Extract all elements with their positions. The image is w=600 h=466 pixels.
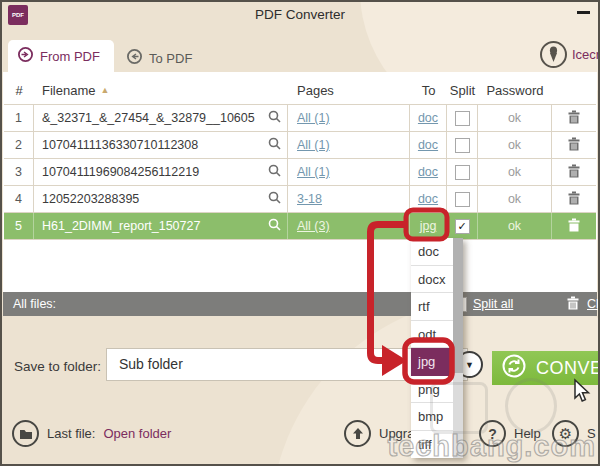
trash-icon[interactable]	[568, 218, 580, 235]
chevron-down-icon: ▼	[465, 360, 474, 370]
last-file-label: Last file:	[47, 426, 95, 441]
trash-icon[interactable]	[568, 191, 580, 208]
minimize-button[interactable]	[577, 11, 590, 14]
header-filename[interactable]: Filename ▲	[34, 83, 288, 98]
search-icon[interactable]	[268, 191, 281, 207]
format-link[interactable]: doc	[418, 138, 438, 152]
filename-label: 10704111969084256112219	[42, 165, 199, 179]
all-files-bar: All files: Split all Cl	[3, 292, 597, 316]
header-filename-label: Filename	[42, 83, 95, 98]
filename-label: H61_2DIMM_report_150727	[42, 219, 200, 233]
clear-all-trash-icon[interactable]	[567, 296, 579, 313]
convert-button-label: CONVERT	[536, 358, 600, 379]
brand-label: Icecr	[572, 47, 600, 62]
dropdown-item-jpg-selected[interactable]: jpg	[411, 348, 453, 376]
help-question-icon: ?	[479, 420, 506, 447]
upgrade-group[interactable]: Upgra	[344, 420, 414, 447]
pages-link[interactable]: All (1)	[297, 111, 330, 125]
dropdown-item-tiff[interactable]: tiff	[411, 431, 453, 459]
header-pages: Pages	[288, 83, 410, 98]
upgrade-label: Upgra	[379, 426, 414, 441]
row-number: 5	[4, 213, 34, 239]
check-icon: ✓	[457, 221, 466, 232]
format-link[interactable]: doc	[418, 165, 438, 179]
app-logo-icon: PDF	[8, 5, 28, 25]
table-row[interactable]: 1 &_32371_&_27454_&_32879__10605 All (1)…	[4, 104, 596, 132]
trash-icon[interactable]	[568, 137, 580, 154]
format-link-jpg[interactable]: jpg	[420, 219, 437, 233]
dropdown-item-rtf[interactable]: rtf	[411, 293, 453, 321]
search-icon[interactable]	[268, 218, 281, 234]
from-pdf-icon	[17, 46, 34, 67]
search-icon[interactable]	[268, 110, 281, 126]
dropdown-item-docx[interactable]: docx	[411, 266, 453, 294]
tab-from-pdf[interactable]: From PDF	[8, 40, 114, 72]
settings-group[interactable]: ⚙ S	[552, 420, 596, 447]
row-number: 2	[4, 132, 34, 158]
password-status: ok	[478, 105, 552, 131]
gear-icon: ⚙	[552, 420, 579, 447]
format-link[interactable]: doc	[418, 111, 438, 125]
save-to-folder-label: Save to folder:	[14, 359, 101, 374]
pdf-converter-window: PDF PDF Converter From PDF To PDF Icecr …	[0, 0, 600, 466]
trash-icon[interactable]	[568, 164, 580, 181]
tab-from-pdf-label: From PDF	[40, 49, 100, 64]
header-to: To	[410, 83, 447, 98]
dropdown-scrollbar-thumb[interactable]	[453, 238, 463, 373]
header-password: Password	[478, 83, 552, 98]
all-files-label: All files:	[13, 297, 56, 311]
table-row[interactable]: 3 10704111969084256112219 All (1) doc ok	[4, 159, 596, 186]
filename-label: 10704111136330710112308	[42, 138, 198, 152]
convert-button[interactable]: CONVERT	[492, 351, 600, 385]
format-dropdown-menu: doc docx rtf odt jpg png bmp tiff	[411, 238, 463, 458]
row-number: 3	[4, 159, 34, 185]
dropdown-item-odt[interactable]: odt	[411, 321, 453, 349]
pages-link[interactable]: All (1)	[297, 165, 330, 179]
table-row-selected[interactable]: 5 H61_2DIMM_report_150727 All (3) jpg ✓ …	[4, 213, 596, 240]
open-folder-link[interactable]: Open folder	[103, 426, 171, 441]
format-link[interactable]: doc	[418, 192, 438, 206]
icecream-brand[interactable]: Icecr	[540, 41, 600, 68]
password-status: ok	[478, 159, 552, 185]
pages-link[interactable]: All (3)	[297, 219, 330, 233]
trash-icon[interactable]	[568, 110, 580, 127]
table-row[interactable]: 2 10704111136330710112308 All (1) doc ok	[4, 132, 596, 159]
search-icon[interactable]	[268, 164, 281, 180]
help-group[interactable]: ? Help	[479, 420, 541, 447]
upgrade-arrow-icon	[344, 420, 371, 447]
table-header: # Filename ▲ Pages To Split Password	[4, 76, 596, 104]
split-checkbox[interactable]	[455, 165, 470, 180]
open-folder-button[interactable]	[12, 420, 39, 447]
last-file-group: Last file: Open folder	[12, 420, 171, 447]
window-title: PDF Converter	[0, 7, 600, 22]
convert-sync-icon	[502, 354, 526, 382]
format-dropdown-list: doc docx rtf odt jpg png bmp tiff	[411, 238, 453, 458]
sort-ascending-icon: ▲	[100, 85, 109, 95]
split-checkbox[interactable]	[455, 192, 470, 207]
password-status: ok	[478, 186, 552, 212]
file-table: 1 &_32371_&_27454_&_32879__10605 All (1)…	[4, 104, 596, 240]
gear-glyph: ⚙	[559, 425, 572, 443]
pages-link[interactable]: 3-18	[297, 192, 322, 206]
split-checkbox[interactable]	[455, 111, 470, 126]
split-checkbox-checked[interactable]: ✓	[455, 219, 470, 234]
dropdown-item-png[interactable]: png	[411, 376, 453, 404]
clear-all-link[interactable]: Cl	[587, 297, 599, 311]
dropdown-item-bmp[interactable]: bmp	[411, 403, 453, 431]
tab-to-pdf-label: To PDF	[149, 51, 192, 66]
row-number: 1	[4, 105, 34, 131]
split-all-link[interactable]: Split all	[473, 297, 513, 311]
search-icon[interactable]	[268, 137, 281, 153]
header-number: #	[4, 83, 34, 98]
to-pdf-icon	[126, 48, 143, 69]
settings-label: S	[587, 426, 596, 441]
icecream-icon	[540, 41, 567, 68]
table-row[interactable]: 4 12052203288395 3-18 doc ok	[4, 186, 596, 213]
pages-link[interactable]: All (1)	[297, 138, 330, 152]
help-label: Help	[514, 426, 541, 441]
dropdown-scrollbar[interactable]	[453, 238, 463, 458]
tab-to-pdf[interactable]: To PDF	[126, 48, 192, 69]
split-checkbox[interactable]	[455, 138, 470, 153]
dropdown-item-doc[interactable]: doc	[411, 238, 453, 266]
password-status: ok	[478, 132, 552, 158]
